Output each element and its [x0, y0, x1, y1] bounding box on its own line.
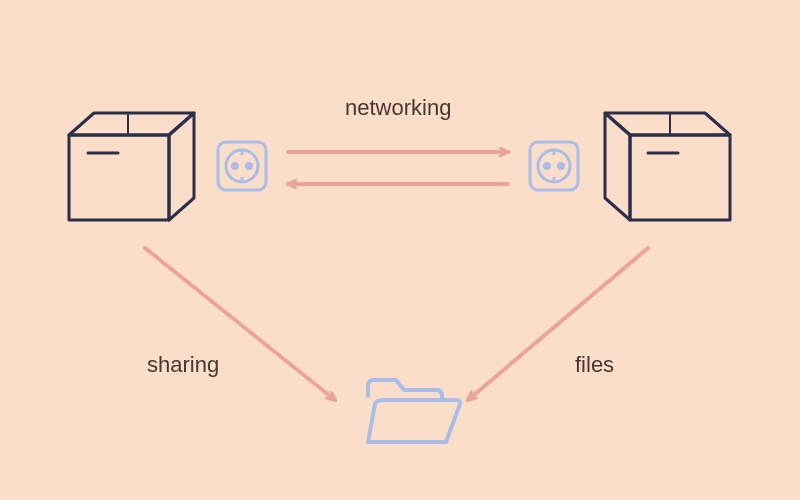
svg-rect-0 [69, 135, 169, 220]
svg-point-8 [233, 164, 238, 169]
arrow-files [468, 248, 648, 400]
label-sharing: sharing [147, 352, 219, 378]
box-right-icon [605, 113, 730, 220]
socket-left-icon [218, 142, 266, 190]
svg-rect-3 [630, 135, 730, 220]
svg-point-14 [545, 164, 550, 169]
svg-point-9 [247, 164, 252, 169]
label-networking: networking [345, 95, 451, 121]
svg-point-15 [559, 164, 564, 169]
box-left-icon [69, 113, 194, 220]
socket-right-icon [530, 142, 578, 190]
folder-icon [368, 380, 460, 442]
label-files: files [575, 352, 614, 378]
diagram-canvas [0, 0, 800, 500]
